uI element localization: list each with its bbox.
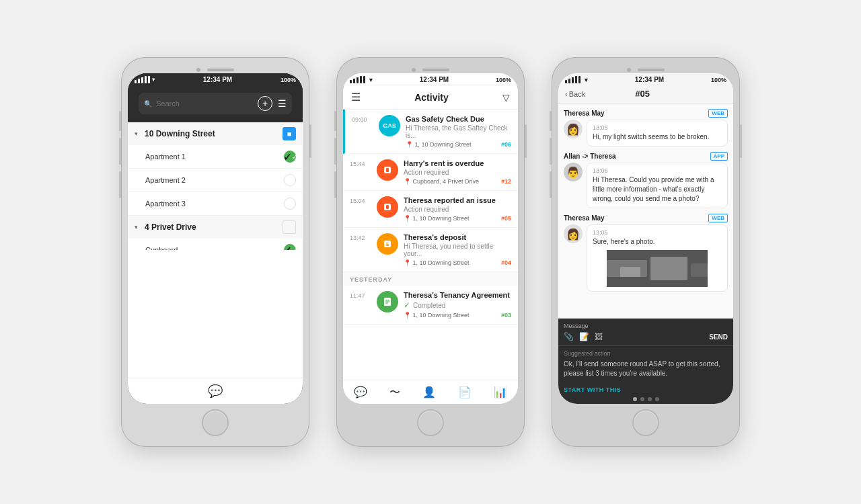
- activity-tag: #04: [501, 259, 511, 266]
- radio-checked[interactable]: ✓: [284, 244, 296, 250]
- chat-message: Allan -> Theresa APP 👨 13:06 Hi Theresa.…: [564, 152, 728, 208]
- mute-button: [550, 111, 552, 131]
- chevron-icon: ▾: [135, 224, 138, 230]
- activity-meta: 📍 Cupboard, 4 Privet Drive #12: [404, 178, 511, 185]
- activity-location: 📍 1, 10 Downing Street: [404, 259, 470, 266]
- status-left-3: ▾: [565, 76, 588, 83]
- back-label: Back: [569, 90, 585, 98]
- note-icon[interactable]: 📝: [579, 332, 589, 341]
- send-button[interactable]: SEND: [709, 333, 728, 341]
- dot-3: [648, 397, 652, 401]
- nav-chat[interactable]: 💬: [354, 386, 367, 400]
- power-button: [740, 124, 742, 158]
- start-with-this-button[interactable]: START WITH THIS: [564, 386, 621, 393]
- chat-icon[interactable]: 💬: [208, 384, 223, 398]
- activity-content: Theresa's Tenancy Agreement ✓ Completed …: [404, 291, 511, 319]
- phone-3-screen: ▾ 12:34 PM 100% ‹ Back #05 Theresa: [558, 73, 733, 404]
- message-row: 👩 13:05 Sure, here's a photo.: [564, 224, 728, 292]
- hamburger-icon[interactable]: ☰: [351, 91, 361, 103]
- chat-message: Theresa May WEB 👩 13:05 Hi, my light swi…: [564, 109, 728, 146]
- radio-empty[interactable]: [284, 174, 296, 186]
- list-item[interactable]: Apartment 1 ✓: [128, 145, 303, 169]
- phone-2-screen: ▾ 12:34 PM 100% ☰ Activity ▽ 09:00 GAS: [343, 73, 518, 404]
- group-check-2[interactable]: [283, 220, 296, 234]
- signal-d2: [353, 79, 355, 83]
- add-button[interactable]: +: [258, 96, 272, 111]
- message-time: 13:06: [593, 167, 722, 174]
- nav-person[interactable]: 👤: [422, 386, 436, 400]
- signal-d5: [363, 76, 365, 83]
- svg-text:$: $: [386, 241, 389, 247]
- menu-icon[interactable]: ☰: [278, 98, 287, 109]
- activity-location: 📍 Cupboard, 4 Privet Drive: [404, 178, 479, 185]
- chat-title: #05: [635, 89, 650, 99]
- list-item[interactable]: Apartment 2: [128, 169, 303, 192]
- radio-empty[interactable]: [284, 198, 296, 210]
- message-header: Theresa May WEB: [564, 109, 728, 118]
- group-header-1[interactable]: ▾ 10 Downing Street ■: [128, 122, 303, 145]
- activity-avatar: GAS: [379, 115, 400, 136]
- activity-subtitle: Action required: [404, 169, 511, 176]
- message-bubble: 13:05 Sure, here's a photo.: [587, 224, 728, 292]
- radio-checked[interactable]: ✓: [284, 151, 296, 163]
- chat-area: Theresa May WEB 👩 13:05 Hi, my light swi…: [558, 103, 733, 319]
- volume-down-button: [550, 171, 552, 198]
- activity-content: Gas Safety Check Due Hi Theresa, the Gas…: [406, 115, 511, 148]
- home-button[interactable]: [632, 409, 659, 436]
- activity-meta: 📍 1, 10 Downing Street #05: [404, 215, 511, 222]
- input-area: Message 📎 📝 🖼 SEND: [558, 319, 733, 345]
- attachment-icon[interactable]: 📎: [564, 332, 574, 341]
- signal-dots: [350, 76, 365, 83]
- activity-location: 📍 1, 10 Downing Street: [406, 141, 472, 148]
- activity-meta: 📍 1, 10 Downing Street #04: [404, 259, 511, 266]
- message-time: 13:05: [593, 124, 722, 131]
- camera-dot: [196, 68, 200, 72]
- chat-message: Theresa May WEB 👩 13:05 Sure, here's a p…: [564, 214, 728, 292]
- sender-name: Allan -> Theresa: [564, 153, 616, 160]
- back-button[interactable]: ‹ Back: [565, 90, 585, 98]
- signal-d1: [135, 80, 137, 83]
- activity-item[interactable]: 09:00 GAS Gas Safety Check Due Hi Theres…: [343, 110, 518, 154]
- activity-item[interactable]: 15:04 Theresa reported an issue Action r…: [343, 191, 518, 228]
- search-input[interactable]: [156, 99, 254, 108]
- nav-chart[interactable]: 📊: [494, 386, 507, 400]
- group-check-1[interactable]: ■: [283, 127, 296, 140]
- property-list: ▾ 10 Downing Street ■ Apartment 1 ✓ Apar…: [128, 122, 303, 250]
- home-button[interactable]: [417, 409, 444, 436]
- activity-tag: #12: [501, 178, 511, 185]
- message-bubble: 13:05 Hi, my light switch seems to be br…: [587, 120, 728, 146]
- camera-dot: [412, 68, 416, 72]
- chevron-left-icon: ‹: [565, 90, 568, 98]
- activity-meta: 📍 1, 10 Downing Street #03: [404, 312, 511, 319]
- message-header: Allan -> Theresa APP: [564, 152, 728, 161]
- status-time-2: 12:34 PM: [420, 76, 449, 83]
- phone-3-bottom: [558, 404, 733, 440]
- activity-item[interactable]: 15:44 Harry's rent is overdue Action req…: [343, 154, 518, 191]
- nav-document[interactable]: 📄: [458, 386, 472, 400]
- search-bar[interactable]: 🔍 + ☰: [139, 93, 292, 114]
- image-icon[interactable]: 🖼: [595, 332, 603, 341]
- suggestion-text: Ok, I'll send someone round ASAP to get …: [564, 360, 728, 378]
- phone-2: ▾ 12:34 PM 100% ☰ Activity ▽ 09:00 GAS: [336, 57, 525, 447]
- activity-time: 15:04: [350, 196, 371, 204]
- nav-activity[interactable]: 〜: [389, 386, 400, 400]
- filter-icon[interactable]: ▽: [502, 92, 510, 103]
- activity-subtitle: Hi Theresa, you need to settle your...: [404, 243, 511, 257]
- list-item[interactable]: Cupboard ✓: [128, 239, 303, 250]
- activity-item[interactable]: 13:42 $ Theresa's deposit Hi Theresa, yo…: [343, 228, 518, 272]
- status-left-1: ▾: [135, 76, 155, 83]
- svg-rect-12: [650, 257, 687, 280]
- phone-2-bottom: [343, 404, 518, 440]
- sender-name: Theresa May: [564, 110, 605, 117]
- activity-avatar: [377, 196, 398, 218]
- check-icon: ■: [287, 130, 292, 138]
- chevron-icon: ▾: [135, 130, 138, 137]
- activity-item[interactable]: 11:47 Theresa's Tenancy Agreement ✓ Comp…: [343, 286, 518, 325]
- home-button[interactable]: [202, 409, 229, 436]
- status-time-1: 12:34 PM: [203, 76, 232, 83]
- signal-d4: [145, 76, 147, 83]
- list-item[interactable]: Apartment 3: [128, 192, 303, 216]
- volume-up-button: [119, 138, 121, 165]
- speaker: [638, 69, 665, 71]
- group-header-2[interactable]: ▾ 4 Privet Drive: [128, 216, 303, 239]
